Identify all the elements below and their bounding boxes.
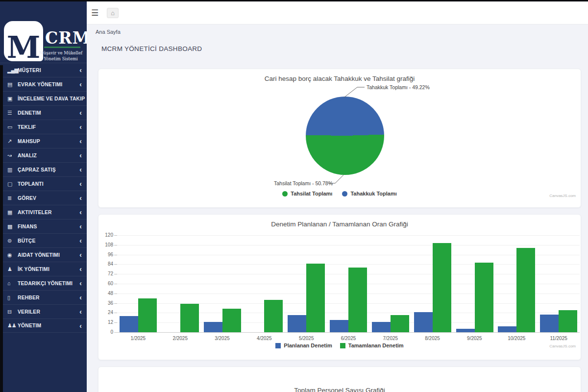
- sidebar-item-label: TOPLANTI: [18, 181, 77, 187]
- bar-tamamlanan-10/2025: [516, 248, 535, 332]
- sidebar-item-label: İNCELEME VE DAVA TAKIP: [18, 96, 85, 101]
- chevron-left-icon: ‹: [77, 209, 82, 216]
- sidebar-item-label: YÖNETIM: [18, 323, 77, 328]
- warehouse-icon: ⌂: [7, 280, 18, 286]
- sidebar-item-aidat-yonetimi[interactable]: ◉AIDAT YÖNETIMI‹: [0, 247, 87, 262]
- chevron-left-icon: ‹: [77, 67, 82, 74]
- breadcrumb: Ana Sayfa: [87, 24, 588, 35]
- sidebar-item-finans[interactable]: ▩FINANS‹: [0, 219, 87, 233]
- comment-icon: ▢: [7, 181, 18, 187]
- chevron-left-icon: ‹: [77, 294, 82, 301]
- bar-tamamlanan-11/2025: [559, 310, 577, 332]
- personnel-chart-card: Toplam Personel Sayısı Grafiği: [98, 367, 581, 392]
- bar-planlanan-11/2025: [540, 315, 559, 332]
- legend-item-bar-0[interactable]: Planlanan Denetim: [275, 343, 332, 348]
- logo-tagline: Müşavir ve Mükellef Yönetim Sistemi: [38, 50, 83, 62]
- sidebar-item-analiz[interactable]: ↝ANALIZ‹: [0, 148, 87, 162]
- legend-item-bar-1[interactable]: Tamamlanan Denetim: [340, 343, 404, 348]
- sidebar-item-musteri[interactable]: ▂▄▆MÜŞTERI‹: [0, 63, 87, 77]
- bar-chart-card: Denetim Planlanan / Tamamlanan Oran Graf…: [98, 214, 581, 360]
- sidebar-item-butce[interactable]: ⊜BÜTÇE‹: [0, 233, 87, 247]
- chevron-left-icon: ‹: [77, 266, 82, 272]
- sidebar-item-yonetim[interactable]: ♟♟YÖNETIM‹: [0, 318, 87, 333]
- legend-item-pie-0[interactable]: Tahsilat Toplamı: [282, 191, 332, 196]
- bar-planlanan-5/2025: [288, 315, 306, 332]
- sidebar-menu: ▂▄▆MÜŞTERI‹▤EVRAK YÖNETIMI‹▣İNCELEME VE …: [0, 63, 87, 333]
- app-logo[interactable]: M CRM Müşavir ve Mükellef Yönetim Sistem…: [0, 1, 87, 63]
- sidebar-item-label: TEDARIKÇI YÖNETIMI: [18, 281, 77, 286]
- bar-tamamlanan-8/2025: [433, 243, 451, 332]
- sidebar-item-denetim[interactable]: ☰DENETIM‹: [0, 105, 87, 120]
- chevron-left-icon: ‹: [77, 138, 82, 145]
- legend-label: Tahakkuk Toplamı: [350, 191, 396, 196]
- sidebar-item-inceleme-ve-dava-takip[interactable]: ▣İNCELEME VE DAVA TAKIP‹: [0, 91, 87, 105]
- sidebar-item-evrak-yonetimi[interactable]: ▤EVRAK YÖNETIMI‹: [0, 77, 87, 91]
- y-axis-label: 24: [99, 310, 113, 315]
- chevron-left-icon: ‹: [77, 237, 82, 244]
- sidebar-item-capraz-satis[interactable]: ▥ÇAPRAZ SATIŞ‹: [0, 162, 87, 176]
- sidebar-item-label: MÜŞTERI: [18, 68, 77, 73]
- sidebar-item-label: VERILER: [18, 309, 77, 315]
- sidebar-item-veriler[interactable]: ⊟VERILER‹: [0, 304, 87, 318]
- sidebar-item-tedarikci-yonetimi[interactable]: ⌂TEDARIKÇI YÖNETIMI‹: [0, 276, 87, 290]
- main-content: Ana Sayfa MCRM YÖNETİCİ DASHBOARD Cari h…: [87, 24, 588, 392]
- x-axis-label: 5/2025: [285, 336, 327, 341]
- hamburger-menu-icon[interactable]: ☰: [91, 9, 98, 17]
- legend-dot-icon: [342, 191, 347, 196]
- sidebar-item-aktiviteler[interactable]: ▦AKTIVITELER‹: [0, 205, 87, 219]
- chevron-left-icon: ‹: [77, 280, 82, 287]
- chart-line-icon: ↝: [7, 152, 18, 159]
- left-edge-strip: [0, 65, 3, 392]
- bar-planlanan-9/2025: [456, 329, 475, 332]
- breadcrumb-current[interactable]: Ana Sayfa: [96, 29, 121, 35]
- x-axis-label: 3/2025: [201, 336, 244, 341]
- y-axis-tick: [114, 294, 117, 294]
- users-icon: ♟♟: [7, 322, 18, 329]
- sidebar-item-gorev[interactable]: ≣GÖREV‹: [0, 191, 87, 205]
- sidebar-item-label: İK YÖNETIMI: [18, 267, 77, 272]
- chart-bar-icon: ▂▄▆: [7, 67, 18, 74]
- x-axis-label: 2/2025: [159, 336, 201, 341]
- y-axis-tick: [114, 245, 117, 245]
- gridline: [117, 255, 580, 255]
- home-button[interactable]: ⌂: [107, 8, 119, 18]
- legend-item-pie-1[interactable]: Tahakkuk Toplamı: [342, 191, 396, 196]
- page-title: MCRM YÖNETİCİ DASHBOARD: [101, 45, 588, 52]
- pie-callout-tahakkuk: Tahakkuk Toplamı - 49.22%: [367, 84, 430, 90]
- y-axis-tick: [114, 284, 117, 284]
- logo-monogram: M: [4, 21, 43, 61]
- y-axis-label: 72: [99, 271, 113, 276]
- canvasjs-watermark[interactable]: CanvasJS.com: [549, 344, 576, 348]
- gridline: [117, 264, 580, 265]
- y-axis-label: 36: [99, 300, 113, 306]
- sidebar-item-label: ÇAPRAZ SATIŞ: [18, 167, 77, 172]
- dashboard-cards: Cari hesap borç alacak Tahakkuk ve Tahsi…: [98, 69, 581, 392]
- bar-tamamlanan-9/2025: [475, 263, 493, 332]
- sidebar-item-toplanti[interactable]: ▢TOPLANTI‹: [0, 176, 87, 191]
- legend-label: Planlanan Denetim: [284, 343, 332, 348]
- x-axis-line: [114, 332, 580, 333]
- sidebar-item-teklif[interactable]: ▭TEKLIF‹: [0, 120, 87, 134]
- bar-planlanan-8/2025: [414, 312, 433, 332]
- bar-tamamlanan-6/2025: [348, 268, 367, 332]
- legend-dot-icon: [282, 191, 288, 196]
- y-axis-tick: [114, 274, 117, 274]
- bar-planlanan-6/2025: [330, 320, 348, 332]
- sidebar-item-ik-yonetimi[interactable]: ♟İK YÖNETIMI‹: [0, 262, 87, 276]
- chevron-left-icon: ‹: [77, 123, 82, 130]
- x-axis-label: 7/2025: [369, 336, 412, 341]
- sidebar-item-label: BÜTÇE: [18, 238, 77, 244]
- y-axis-label: 96: [99, 252, 113, 257]
- y-axis-tick: [114, 235, 117, 236]
- chevron-left-icon: ‹: [77, 251, 82, 258]
- bar-planlanan-7/2025: [372, 322, 391, 332]
- x-axis-label: 8/2025: [412, 336, 454, 341]
- canvasjs-watermark[interactable]: CanvasJS.com: [549, 194, 576, 198]
- logo-tagline-line1: Müşavir ve Mükellef: [38, 50, 83, 56]
- bar-tamamlanan-1/2025: [138, 298, 157, 332]
- external-link-icon: ↗: [7, 138, 18, 145]
- database-icon: ⊟: [7, 309, 18, 315]
- sidebar: M CRM Müşavir ve Mükellef Yönetim Sistem…: [0, 1, 87, 392]
- sidebar-item-mahsup[interactable]: ↗MAHSUP‹: [0, 134, 87, 148]
- sidebar-item-rehber[interactable]: ▯REHBER‹: [0, 290, 87, 304]
